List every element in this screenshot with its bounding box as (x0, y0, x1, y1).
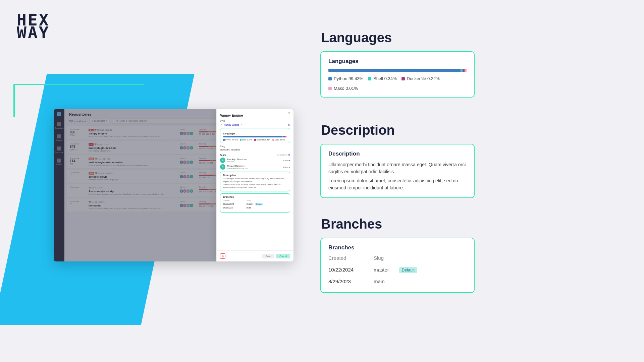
team-members: BBrooklyn Simmonsbcc-userEditor ▾RRonald… (220, 158, 290, 170)
nav-logo[interactable] (54, 111, 64, 118)
drawer-desc-title: Description (223, 174, 287, 176)
close-icon[interactable]: ✕ (288, 112, 290, 114)
repo-count: 556 repositories (69, 120, 86, 122)
team-member: BBrooklyn Simmonsbcc-userEditor ▾ (220, 158, 290, 163)
heading-languages: Languages (321, 30, 475, 45)
heading-description: Description (321, 123, 475, 138)
nav-issues[interactable]: Issues (54, 133, 64, 142)
drawer-title: Vampy Engine (220, 114, 290, 117)
slug-value: product/k_backend (220, 148, 290, 151)
branch-row: 10/22/2024masterDefault (328, 267, 467, 273)
logo-line2: WAY (17, 26, 50, 39)
card-languages-title: Languages (328, 58, 467, 65)
app-screenshot: Repositori Issues Compone Admin Reposito… (54, 109, 293, 261)
drawer-lang-title: Languages (223, 132, 287, 135)
drawer-description-card: Description Ullamcorper morbi tincidunt … (220, 172, 290, 191)
cancel-button[interactable]: Cancel (276, 254, 290, 258)
delete-button[interactable]: 🗑 (220, 253, 225, 259)
drawer-branch-title: Branches (223, 196, 287, 198)
repo-drawer: ✕ Vampy Engine VCS ⎇ Vampy Engine ↗⛓ Lan… (216, 109, 293, 261)
decorative-accent-v (13, 84, 15, 117)
external-link-icon: ↗ (240, 123, 243, 126)
legend-item: Mako 0.01% (272, 139, 285, 141)
card-branch-rows: 10/22/2024masterDefault8/29/2023main (328, 267, 467, 284)
add-member-button[interactable]: ⊕ (288, 154, 290, 156)
hexway-logo: HEX WAY (17, 13, 50, 39)
drawer-lang-legend: Python 99.43%Shell 0.34%Dockerfile 0.22%… (223, 139, 287, 141)
legend-item: Dockerfile 0.22% (401, 76, 440, 81)
card-lang-bar (328, 69, 467, 72)
unlink-icon[interactable]: ⛓ (288, 124, 290, 126)
card-branch-title: Branches (328, 244, 467, 251)
slug-label: Slug (220, 145, 290, 147)
branch-row: 8/29/2023main (328, 279, 467, 284)
card-lang-legend: Python 99.43%Shell 0.34%Dockerfile 0.22%… (328, 76, 467, 91)
heading-branches: Branches (321, 217, 475, 232)
sidebar-nav: Repositori Issues Compone Admin (54, 109, 64, 261)
sort-dropdown[interactable]: ⇅ Risk score ▾ (89, 119, 110, 123)
card-description: Description Ullamcorper morbi tincidunt … (320, 144, 475, 198)
drawer-desc-p1: Ullamcorper morbi tincidunt ornare massa… (223, 177, 287, 183)
legend-item: Mako 0.01% (328, 86, 358, 91)
card-desc-p1: Ullamcorper morbi tincidunt ornare massa… (328, 161, 467, 175)
card-branch-head: Created Slug (328, 255, 467, 261)
branch-row: 10/22/2024masterDefault (223, 203, 287, 205)
legend-item: Shell 0.34% (368, 76, 396, 81)
card-desc-p2: Lorem ipsum dolor sit amet, consectetur … (328, 177, 467, 191)
legend-item: Dockerfile 0.22% (254, 139, 271, 141)
nav-repositories[interactable]: Repositori (54, 121, 64, 130)
legend-item: Python 99.43% (328, 76, 363, 81)
drawer-footer: 🗑 Save Cancel (217, 250, 293, 261)
team-label: Team (220, 154, 226, 156)
branch-row: 8/29/2023main (223, 206, 287, 209)
legend-item: Python 99.43% (223, 139, 238, 141)
team-member: RRonald Richardsfelicia.reid@example.com… (220, 164, 290, 170)
team-count: 2 members (277, 154, 287, 156)
drawer-lang-bar (223, 136, 287, 137)
drawer-desc-p2: Lorem ipsum dolor sit amet, consectetur … (223, 183, 287, 189)
card-desc-title: Description (328, 150, 467, 157)
nav-components[interactable]: Compone (54, 145, 64, 155)
branch-rows: 10/22/2024masterDefault8/29/2023main (223, 203, 287, 209)
card-branches: Branches Created Slug 10/22/2024masterDe… (320, 238, 475, 293)
nav-admin[interactable]: Admin (54, 157, 64, 167)
decorative-accent-h (13, 84, 144, 85)
vcs-label: VCS (220, 120, 290, 122)
card-languages: Languages Python 99.43%Shell 0.34%Docker… (320, 51, 475, 98)
save-button[interactable]: Save (262, 254, 274, 258)
legend-item: Shell 0.34% (240, 139, 252, 141)
drawer-branches-card: Branches CreatedSlug 10/22/2024masterDef… (220, 193, 290, 213)
vcs-link[interactable]: ⎇ Vampy Engine ↗⛓ (220, 123, 290, 126)
drawer-languages-card: Languages Python 99.43%Shell 0.34%Docker… (220, 128, 290, 143)
branch-head: CreatedSlug (223, 199, 287, 201)
right-column: Languages Languages Python 99.43%Shell 0… (320, 20, 475, 293)
